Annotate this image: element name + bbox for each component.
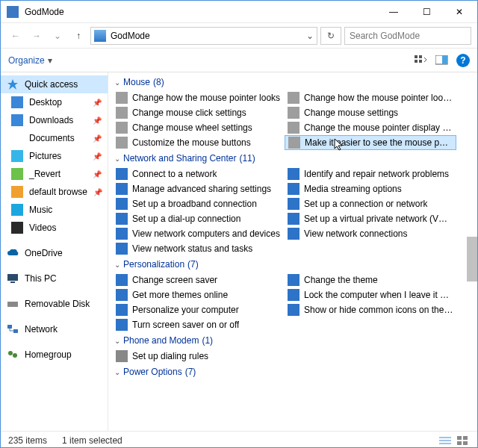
list-item[interactable]: Customize the mouse buttons	[113, 135, 285, 150]
svg-rect-1	[419, 55, 422, 58]
list-item[interactable]: Set up a virtual private network (VPN...	[285, 211, 456, 226]
maximize-button[interactable]: ☐	[410, 1, 443, 22]
content-pane[interactable]: ⌄Mouse (8)Change how the mouse pointer l…	[108, 72, 477, 431]
sidebar-item[interactable]: default browse📌	[1, 183, 108, 201]
list-item[interactable]: Get more themes online	[113, 287, 285, 302]
item-icon	[288, 168, 299, 180]
forward-button[interactable]: →	[28, 27, 46, 45]
item-icon	[288, 183, 299, 195]
up-button[interactable]: ↑	[69, 27, 87, 45]
item-icon	[288, 198, 299, 210]
group-name: Network and Sharing Center	[123, 153, 236, 164]
svg-rect-20	[463, 441, 468, 445]
search-input[interactable]: Search GodMode	[344, 27, 471, 45]
list-item[interactable]: View network connections	[285, 226, 456, 241]
svg-rect-2	[415, 60, 418, 63]
scrollbar-thumb[interactable]	[467, 237, 477, 281]
folder-icon	[11, 204, 23, 216]
folder-icon	[11, 96, 23, 108]
group-header[interactable]: ⌄Network and Sharing Center (11)	[113, 150, 477, 167]
thumbnails-view-button[interactable]	[456, 434, 470, 447]
list-item[interactable]: Change the mouse pointer display o...	[285, 120, 456, 135]
svg-rect-8	[10, 281, 15, 283]
sidebar-item[interactable]: Pictures📌	[1, 147, 108, 165]
item-label: Change how the mouse pointer look...	[304, 93, 453, 103]
search-placeholder: Search GodMode	[350, 31, 420, 41]
list-item[interactable]: Lock the computer when I leave it al...	[285, 287, 456, 302]
homegroup-icon	[7, 349, 19, 361]
sidebar-quick-access[interactable]: Quick access	[1, 75, 108, 93]
navigation-pane: Quick access Desktop📌Downloads📌Documents…	[1, 72, 108, 431]
view-options-button[interactable]	[415, 54, 428, 67]
sidebar-network[interactable]: Network	[1, 320, 108, 338]
item-label: Set up dialing rules	[132, 351, 208, 361]
sidebar-removable-disk[interactable]: Removable Disk	[1, 295, 108, 313]
sidebar-item[interactable]: Desktop📌	[1, 93, 108, 111]
item-icon	[116, 350, 128, 362]
sidebar-onedrive[interactable]: OneDrive	[1, 244, 108, 262]
sidebar-item[interactable]: Downloads📌	[1, 111, 108, 129]
path-dropdown-icon[interactable]: ⌄	[306, 31, 314, 41]
address-path[interactable]: GodMode ⌄	[90, 27, 317, 45]
minimize-button[interactable]: —	[377, 1, 410, 22]
item-label: Change the mouse pointer display o...	[304, 122, 453, 133]
list-item[interactable]: Change how the mouse pointer looks	[113, 90, 285, 105]
recent-locations-button[interactable]: ⌄	[49, 27, 66, 45]
item-icon	[116, 122, 128, 134]
sidebar-homegroup[interactable]: Homegroup	[1, 346, 108, 364]
close-button[interactable]: ✕	[443, 1, 476, 22]
sidebar-item[interactable]: Documents📌	[1, 129, 108, 147]
item-icon	[116, 243, 128, 255]
list-item[interactable]: Change how the mouse pointer look...	[285, 90, 456, 105]
item-label: Lock the computer when I leave it al...	[304, 290, 453, 300]
list-item[interactable]: Change mouse wheel settings	[113, 120, 285, 135]
group-header[interactable]: ⌄Personalization (7)	[113, 256, 477, 273]
details-view-button[interactable]	[438, 434, 452, 447]
folder-icon	[11, 168, 23, 180]
sidebar-item[interactable]: Music	[1, 201, 108, 219]
list-item[interactable]: Change mouse click settings	[113, 105, 285, 120]
list-item[interactable]: Identify and repair network problems	[285, 167, 456, 181]
sidebar-item[interactable]: Videos	[1, 219, 108, 237]
list-item[interactable]: Connect to a network	[113, 167, 285, 181]
list-item[interactable]: Show or hide common icons on the ...	[285, 302, 456, 317]
item-label: Change the theme	[304, 275, 378, 285]
organize-menu[interactable]: Organize ▾	[8, 55, 415, 66]
group-header[interactable]: ⌄Phone and Modem (1)	[113, 332, 477, 349]
list-item[interactable]: Change the theme	[285, 273, 456, 287]
details-view-icon	[439, 436, 451, 445]
help-button[interactable]: ?	[456, 54, 470, 67]
sidebar-this-pc[interactable]: This PC	[1, 270, 108, 287]
svg-rect-19	[457, 441, 462, 445]
sidebar-item[interactable]: _Revert📌	[1, 165, 108, 183]
group-header[interactable]: ⌄Mouse (8)	[113, 74, 477, 90]
list-item[interactable]: Make it easier to see the mouse poin...	[285, 135, 456, 150]
refresh-button[interactable]: ↻	[320, 27, 341, 45]
list-item[interactable]: Set up dialing rules	[113, 349, 285, 364]
back-button[interactable]: ←	[7, 27, 25, 45]
title-bar: GodMode — ☐ ✕	[1, 1, 477, 23]
pin-icon: 📌	[93, 134, 102, 143]
folder-icon	[11, 186, 23, 198]
item-icon	[116, 137, 128, 149]
pin-icon: 📌	[93, 170, 102, 178]
list-item[interactable]: Personalize your computer	[113, 302, 285, 317]
list-item[interactable]: Manage advanced sharing settings	[113, 181, 285, 196]
list-item[interactable]: Media streaming options	[285, 181, 456, 196]
list-item[interactable]: Set up a dial-up connection	[113, 211, 285, 226]
item-icon	[288, 304, 299, 316]
group-header[interactable]: ⌄Power Options (7)	[113, 364, 477, 380]
pin-icon: 📌	[93, 99, 102, 107]
preview-pane-button[interactable]	[435, 54, 449, 67]
list-item[interactable]: View network computers and devices	[113, 226, 285, 241]
item-label: Connect to a network	[132, 169, 217, 179]
list-item[interactable]: Turn screen saver on or off	[113, 317, 285, 332]
folder-icon	[11, 132, 23, 144]
list-item[interactable]: Change mouse settings	[285, 105, 456, 120]
list-item[interactable]: Change screen saver	[113, 273, 285, 287]
address-bar: ← → ⌄ ↑ GodMode ⌄ ↻ Search GodMode	[1, 23, 477, 49]
list-item[interactable]: View network status and tasks	[113, 241, 285, 256]
list-item[interactable]: Set up a broadband connection	[113, 196, 285, 211]
sidebar-item-label: OneDrive	[25, 248, 63, 258]
list-item[interactable]: Set up a connection or network	[285, 196, 456, 211]
